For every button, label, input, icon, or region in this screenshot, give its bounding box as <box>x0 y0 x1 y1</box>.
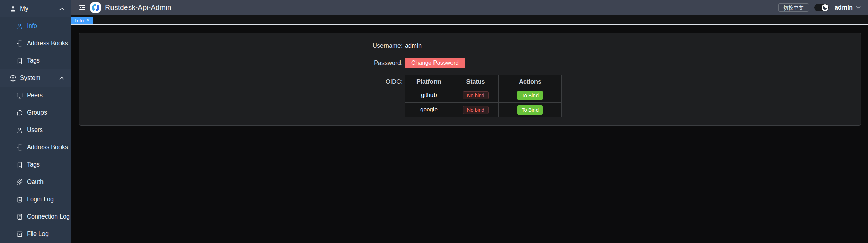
sidebar-item-oauth[interactable]: Oauth <box>0 173 71 191</box>
bookmark-icon <box>16 161 23 168</box>
chevron-up-icon <box>59 7 64 10</box>
person-icon <box>16 23 23 30</box>
sidebar-item-label: Groups <box>27 109 47 116</box>
app-root: My Info Address Books Tags <box>0 0 868 243</box>
top-bar: Rustdesk-Api-Admin 切换中文 admin <box>71 0 868 15</box>
to-bind-button[interactable]: To Bind <box>517 91 543 100</box>
user-filled-icon <box>10 5 16 12</box>
sidebar-item-label: Peers <box>27 92 43 99</box>
sidebar-item-address-books-system[interactable]: Address Books <box>0 139 71 156</box>
oidc-status-cell: No bind <box>453 103 499 117</box>
dark-mode-toggle[interactable] <box>814 4 829 11</box>
oidc-status-cell: No bind <box>453 88 499 103</box>
sidebar-item-label: Tags <box>27 161 40 168</box>
paperclip-icon <box>16 179 23 186</box>
sidebar-item-peers[interactable]: Peers <box>0 87 71 104</box>
notebook-icon <box>16 144 23 151</box>
sidebar-section-system[interactable]: System <box>0 69 71 87</box>
language-switch-button[interactable]: 切换中文 <box>778 3 809 12</box>
sidebar-item-address-books[interactable]: Address Books <box>0 35 71 52</box>
status-badge: No bind <box>463 106 489 114</box>
main-column: Rustdesk-Api-Admin 切换中文 admin Info ✕ <box>71 0 868 243</box>
oidc-actions-cell: To Bind <box>499 103 562 117</box>
sidebar-section-label: System <box>20 74 40 82</box>
username-label: Username: <box>87 42 405 49</box>
oidc-header-actions: Actions <box>499 75 562 88</box>
sidebar-item-file-log[interactable]: File Log <box>0 225 71 243</box>
sidebar-item-label: Tags <box>27 57 40 64</box>
chevron-up-icon <box>59 77 64 80</box>
tab-info[interactable]: Info ✕ <box>71 17 93 24</box>
gear-icon <box>10 75 16 82</box>
person-icon <box>16 127 23 134</box>
sidebar-item-tags[interactable]: Tags <box>0 52 71 69</box>
sidebar-section-my[interactable]: My <box>0 0 71 17</box>
top-bar-right: 切换中文 admin <box>778 3 861 12</box>
tab-label: Info <box>75 18 84 23</box>
bookmark-icon <box>16 57 23 64</box>
moon-icon <box>823 6 827 10</box>
chat-bubble-icon <box>16 109 23 116</box>
table-row: github No bind To Bind <box>405 88 562 103</box>
sidebar-item-label: Oauth <box>27 178 44 186</box>
sidebar: My Info Address Books Tags <box>0 0 71 243</box>
user-dropdown[interactable]: admin <box>835 4 861 11</box>
tab-bar: Info ✕ <box>71 15 868 25</box>
sidebar-section-label: My <box>20 5 28 12</box>
archive-box-icon <box>16 231 23 238</box>
sidebar-item-connection-log[interactable]: Connection Log <box>0 208 71 225</box>
sidebar-item-label: File Log <box>27 230 49 238</box>
change-password-button[interactable]: Change Password <box>405 58 465 68</box>
sidebar-item-users[interactable]: Users <box>0 121 71 139</box>
oidc-header-status: Status <box>453 75 499 88</box>
sidebar-item-info[interactable]: Info <box>0 17 71 35</box>
sidebar-item-tags-system[interactable]: Tags <box>0 156 71 173</box>
oidc-platform-cell: google <box>405 103 453 117</box>
sidebar-item-label: Address Books <box>27 144 68 151</box>
document-icon <box>16 213 23 220</box>
info-card: Username: admin Password: Change Passwor… <box>79 33 861 126</box>
sidebar-fold-icon[interactable] <box>79 4 86 11</box>
table-row: google No bind To Bind <box>405 103 562 117</box>
app-title: Rustdesk-Api-Admin <box>105 3 171 12</box>
content-area: Username: admin Password: Change Passwor… <box>71 25 868 243</box>
sidebar-item-label: Info <box>27 22 37 30</box>
password-label: Password: <box>87 59 405 67</box>
rustdesk-logo <box>90 2 101 13</box>
clipboard-icon <box>16 196 23 203</box>
status-badge: No bind <box>463 91 489 99</box>
oidc-actions-cell: To Bind <box>499 88 562 103</box>
to-bind-button[interactable]: To Bind <box>517 105 543 115</box>
sidebar-item-label: Users <box>27 126 43 134</box>
oidc-header-platform: Platform <box>405 75 453 88</box>
oidc-table-header-row: Platform Status Actions <box>405 75 562 88</box>
sidebar-item-label: Address Books <box>27 40 68 47</box>
oidc-label: OIDC: <box>87 75 405 88</box>
sidebar-item-label: Login Log <box>27 196 54 203</box>
sidebar-item-login-log[interactable]: Login Log <box>0 191 71 208</box>
sidebar-item-groups[interactable]: Groups <box>0 104 71 121</box>
oidc-row: OIDC: Platform Status Actions github <box>87 75 852 117</box>
user-name: admin <box>835 4 853 11</box>
username-row: Username: admin <box>87 40 852 51</box>
oidc-table: Platform Status Actions github No bind <box>405 75 562 117</box>
notebook-icon <box>16 40 23 47</box>
toggle-knob <box>822 4 828 11</box>
monitor-icon <box>16 92 23 99</box>
close-icon[interactable]: ✕ <box>86 18 90 23</box>
sidebar-item-label: Connection Log <box>27 213 70 220</box>
oidc-platform-cell: github <box>405 88 453 103</box>
chevron-down-icon <box>856 6 861 9</box>
username-value: admin <box>405 40 422 51</box>
password-row: Password: Change Password <box>87 58 852 68</box>
